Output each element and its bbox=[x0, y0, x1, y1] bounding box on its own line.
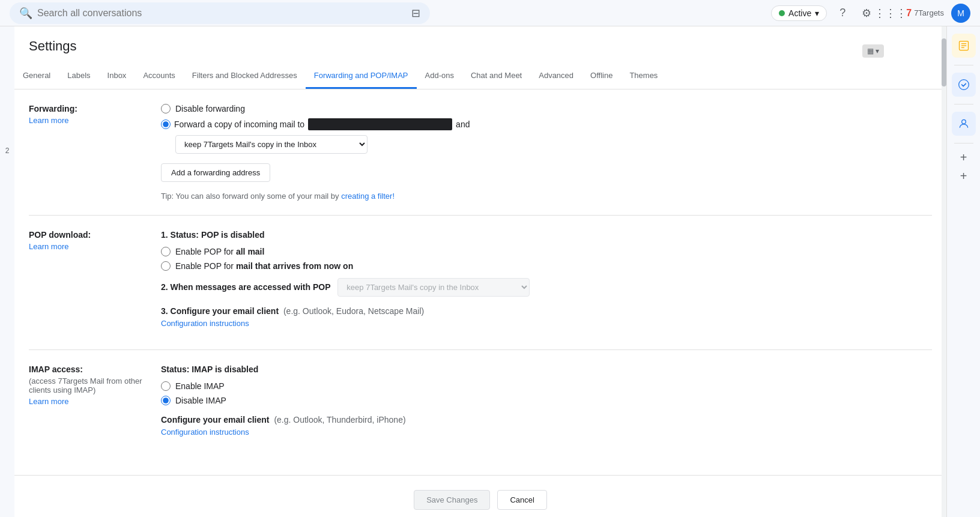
pop-learn-more[interactable]: Learn more bbox=[29, 242, 149, 251]
tip-prefix: Tip: You can also forward only some of y… bbox=[161, 192, 339, 201]
pop-title: POP download: bbox=[29, 230, 149, 240]
settings-icon[interactable]: ⚙ bbox=[858, 5, 875, 22]
tab-advanced[interactable]: Advanced bbox=[530, 64, 582, 89]
imap-disable-option: Disable IMAP bbox=[161, 396, 932, 405]
search-box[interactable]: 🔍 ⊟ bbox=[10, 2, 430, 24]
help-icon[interactable]: ? bbox=[834, 5, 851, 22]
imap-enable-label[interactable]: Enable IMAP bbox=[175, 381, 225, 391]
imap-content: Status: IMAP is disabled Enable IMAP Dis… bbox=[161, 364, 932, 437]
main-wrapper: Settings ▦ ▾ General Labels Inbox Accoun… bbox=[14, 26, 946, 517]
forward-suffix: and bbox=[456, 119, 470, 129]
pop-enable-now-label: Enable POP for mail that arrives from no… bbox=[175, 261, 353, 271]
tab-offline[interactable]: Offline bbox=[582, 64, 621, 89]
topbar: 🔍 ⊟ Active ▾ ? ⚙ ⋮⋮⋮ 7 7Targets M bbox=[0, 0, 980, 26]
pop-enable-now-prefix: Enable POP for bbox=[175, 261, 236, 271]
active-dot bbox=[779, 10, 785, 16]
tip-text: Tip: You can also forward only some of y… bbox=[161, 192, 932, 201]
active-badge[interactable]: Active ▾ bbox=[771, 5, 827, 21]
pop-enable-now-bold: mail that arrives from now on bbox=[236, 261, 353, 271]
nav-tabs: General Labels Inbox Accounts Filters an… bbox=[14, 64, 946, 89]
imap-configure-title: Configure your email client (e.g. Outloo… bbox=[161, 415, 932, 425]
pop-config-instructions-link[interactable]: Configuration instructions bbox=[161, 319, 249, 328]
tab-forwarding[interactable]: Forwarding and POP/IMAP bbox=[306, 64, 417, 89]
tab-chat[interactable]: Chat and Meet bbox=[462, 64, 530, 89]
left-num-2: 2 bbox=[5, 147, 10, 155]
cancel-button[interactable]: Cancel bbox=[497, 490, 546, 510]
disable-forwarding-radio[interactable] bbox=[161, 104, 171, 113]
avatar[interactable]: M bbox=[951, 4, 970, 23]
forwarding-action-select[interactable]: keep 7Targets Mail's copy in the Inbox m… bbox=[175, 135, 368, 154]
imap-disable-label[interactable]: Disable IMAP bbox=[175, 396, 226, 405]
pop-enable-all-label: Enable POP for all mail bbox=[175, 247, 264, 256]
pop-when-accessed-label: 2. When messages are accessed with POP bbox=[161, 282, 330, 292]
page-title: Settings bbox=[29, 38, 77, 54]
disable-forwarding-label[interactable]: Disable forwarding bbox=[175, 104, 245, 113]
pop-when-accessed: 2. When messages are accessed with POP k… bbox=[161, 278, 932, 297]
tab-accounts[interactable]: Accounts bbox=[135, 64, 183, 89]
pop-action-select[interactable]: keep 7Targets Mail's copy in the Inbox m… bbox=[337, 278, 530, 297]
left-panel: 2 bbox=[0, 26, 14, 155]
pop-enable-all-bold: all mail bbox=[236, 247, 264, 256]
imap-desc: (access 7Targets Mail from other clients… bbox=[29, 376, 149, 395]
pop-enable-all-radio[interactable] bbox=[161, 247, 171, 256]
pop-section: POP download: Learn more 1. Status: POP … bbox=[29, 216, 932, 350]
tab-general[interactable]: General bbox=[14, 64, 59, 89]
imap-label: IMAP access: (access 7Targets Mail from … bbox=[29, 364, 161, 406]
filter-icon[interactable]: ⊟ bbox=[411, 7, 420, 20]
forwarding-learn-more[interactable]: Learn more bbox=[29, 116, 149, 125]
settings-header: Settings ▦ ▾ bbox=[14, 26, 946, 64]
svg-point-5 bbox=[961, 119, 966, 124]
tab-labels[interactable]: Labels bbox=[59, 64, 98, 89]
imap-enable-option: Enable IMAP bbox=[161, 381, 932, 391]
imap-disable-radio[interactable] bbox=[161, 396, 171, 405]
side-icon-tasks[interactable] bbox=[952, 73, 976, 97]
side-divider-1 bbox=[954, 65, 973, 65]
imap-config-instructions-link[interactable]: Configuration instructions bbox=[161, 428, 249, 437]
enable-forwarding-option: Forward a copy of incoming mail to and bbox=[161, 118, 932, 130]
pop-configure-label: 3. Configure your email client bbox=[161, 306, 279, 316]
tab-filters[interactable]: Filters and Blocked Addresses bbox=[184, 64, 306, 89]
pop-content: 1. Status: POP is disabled Enable POP fo… bbox=[161, 230, 932, 335]
imap-title: IMAP access: bbox=[29, 364, 149, 374]
forwarding-section: Forwarding: Learn more Disable forwardin… bbox=[29, 89, 932, 216]
enable-forwarding-radio[interactable] bbox=[161, 119, 171, 129]
active-chevron: ▾ bbox=[815, 8, 819, 18]
plus-icon-1[interactable]: + bbox=[960, 151, 967, 165]
grid-icon[interactable]: ⋮⋮⋮ bbox=[882, 5, 899, 22]
scroll-thumb[interactable] bbox=[942, 38, 946, 86]
imap-configure-label: Configure your email client bbox=[161, 415, 269, 425]
creating-filter-link[interactable]: creating a filter! bbox=[341, 192, 395, 201]
side-panel: + + bbox=[946, 26, 980, 517]
svg-point-4 bbox=[958, 80, 969, 90]
save-changes-button[interactable]: Save Changes bbox=[414, 490, 490, 510]
brand: 7 7Targets bbox=[906, 8, 944, 19]
add-forwarding-address-button[interactable]: Add a forwarding address bbox=[161, 163, 270, 182]
pop-status-label: 1. Status: POP is disabled bbox=[161, 230, 932, 240]
pop-enable-now-radio[interactable] bbox=[161, 261, 171, 271]
imap-enable-radio[interactable] bbox=[161, 381, 171, 391]
search-input[interactable] bbox=[37, 8, 404, 19]
side-icon-notes[interactable] bbox=[952, 34, 976, 58]
pop-configure: 3. Configure your email client (e.g. Out… bbox=[161, 306, 932, 328]
side-icon-contacts[interactable] bbox=[952, 112, 976, 136]
imap-learn-more[interactable]: Learn more bbox=[29, 397, 149, 406]
search-icon: 🔍 bbox=[19, 7, 32, 20]
pop-configure-title: 3. Configure your email client (e.g. Out… bbox=[161, 306, 932, 316]
forwarding-title: Forwarding: bbox=[29, 104, 149, 113]
forwarding-email-redacted bbox=[308, 118, 452, 130]
pop-status: 1. Status: POP is disabled Enable POP fo… bbox=[161, 230, 932, 271]
imap-status-text: Status: IMAP is disabled bbox=[161, 364, 258, 374]
imap-status-label: Status: IMAP is disabled bbox=[161, 364, 932, 374]
tab-inbox[interactable]: Inbox bbox=[99, 64, 135, 89]
grid-view-button[interactable]: ▦ ▾ bbox=[862, 44, 884, 58]
tab-addons[interactable]: Add-ons bbox=[417, 64, 462, 89]
side-divider-2 bbox=[954, 104, 973, 104]
brand-name: 7Targets bbox=[914, 8, 944, 17]
brand-logo: 7 bbox=[906, 8, 912, 19]
plus-icon-2[interactable]: + bbox=[960, 169, 967, 183]
content-area: Forwarding: Learn more Disable forwardin… bbox=[14, 89, 946, 475]
pop-enable-all-option: Enable POP for all mail bbox=[161, 247, 932, 256]
tab-themes[interactable]: Themes bbox=[621, 64, 666, 89]
disable-forwarding-option: Disable forwarding bbox=[161, 104, 932, 113]
pop-enable-all-prefix: Enable POP for bbox=[175, 247, 236, 256]
